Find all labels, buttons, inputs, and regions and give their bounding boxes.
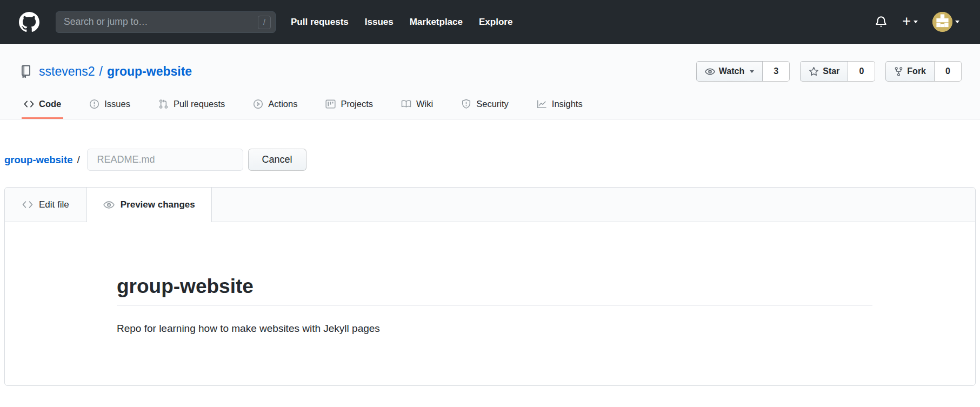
fork-icon [894, 66, 903, 77]
tab-wiki-label: Wiki [416, 99, 433, 109]
tab-projects-label: Projects [341, 99, 373, 109]
cancel-button[interactable]: Cancel [248, 149, 306, 171]
tab-edit-file-label: Edit file [39, 199, 69, 210]
identicon [932, 12, 952, 32]
star-button-group: Star 0 [800, 61, 875, 82]
code-icon [24, 99, 34, 109]
create-new-button[interactable]: + [902, 16, 918, 29]
tab-preview-changes-label: Preview changes [121, 199, 195, 210]
tab-code[interactable]: Code [22, 96, 63, 119]
watch-button-group: Watch 3 [696, 61, 790, 82]
tab-pull-requests[interactable]: Pull requests [156, 96, 227, 119]
star-button[interactable]: Star [800, 61, 848, 82]
tab-insights[interactable]: Insights [535, 96, 585, 119]
fork-button[interactable]: Fork [885, 61, 935, 82]
caret-down-icon [750, 70, 754, 73]
nav-marketplace[interactable]: Marketplace [410, 17, 463, 28]
caret-down-icon [914, 21, 918, 23]
search-box: / [56, 11, 276, 33]
file-breadcrumb-row: group-website / Cancel [4, 149, 976, 171]
eye-icon [705, 68, 715, 75]
tab-projects[interactable]: Projects [323, 96, 375, 119]
star-label: Star [823, 66, 839, 76]
play-circle-icon [253, 99, 263, 109]
readme-description: Repo for learning how to make websites w… [117, 321, 872, 336]
repo-owner-link[interactable]: sstevens2 [39, 64, 95, 79]
eye-icon [103, 201, 115, 209]
tab-actions[interactable]: Actions [251, 96, 299, 119]
tab-preview-changes[interactable]: Preview changes [86, 188, 212, 222]
project-board-icon [325, 99, 336, 109]
nav-explore[interactable]: Explore [479, 17, 512, 28]
filename-input[interactable] [87, 149, 243, 171]
markdown-preview: group-website Repo for learning how to m… [5, 222, 975, 336]
tab-actions-label: Actions [268, 99, 297, 109]
book-icon [401, 99, 411, 109]
top-header: / Pull requests Issues Marketplace Explo… [0, 0, 980, 44]
tab-pull-requests-label: Pull requests [174, 99, 225, 109]
breadcrumb-repo-link[interactable]: group-website [4, 154, 72, 166]
tab-security[interactable]: Security [459, 96, 511, 119]
repo-title-separator: / [99, 64, 103, 79]
repo-title: sstevens2 / group-website [39, 64, 192, 79]
tab-insights-label: Insights [552, 99, 583, 109]
repo-social-buttons: Watch 3 Star 0 [696, 61, 962, 82]
plus-icon: + [902, 14, 911, 29]
editor-tabstrip: Edit file Preview changes [5, 188, 975, 222]
slash-key-hint: / [258, 16, 271, 29]
repo-header: sstevens2 / group-website Watch 3 [0, 44, 980, 119]
top-nav: Pull requests Issues Marketplace Explore [291, 17, 512, 28]
repo-nav-tabs: Code Issues Pull requests [0, 96, 980, 119]
header-right-cluster: + [875, 12, 959, 32]
tab-security-label: Security [476, 99, 509, 109]
graph-icon [537, 99, 547, 109]
repo-icon [19, 65, 32, 78]
star-icon [809, 66, 819, 77]
code-icon [22, 201, 33, 208]
tab-issues-label: Issues [104, 99, 130, 109]
file-editor-box: Edit file Preview changes group-website … [4, 187, 976, 386]
bell-icon [875, 15, 888, 29]
readme-title: group-website [117, 274, 872, 306]
caret-down-icon [955, 21, 959, 23]
watch-button[interactable]: Watch [696, 61, 763, 82]
tab-issues[interactable]: Issues [87, 96, 132, 119]
fork-count[interactable]: 0 [935, 61, 962, 82]
tab-wiki[interactable]: Wiki [399, 96, 435, 119]
notifications-button[interactable] [875, 15, 888, 29]
repo-name-link[interactable]: group-website [107, 64, 192, 79]
tab-code-label: Code [39, 99, 61, 109]
avatar [932, 12, 952, 32]
watch-label: Watch [719, 66, 744, 76]
issue-opened-icon [89, 99, 99, 109]
watch-count[interactable]: 3 [763, 61, 790, 82]
star-count[interactable]: 0 [848, 61, 875, 82]
search-input[interactable] [56, 11, 276, 33]
fork-label: Fork [907, 66, 926, 76]
user-menu-button[interactable] [932, 12, 959, 32]
repo-title-row: sstevens2 / group-website Watch 3 [0, 61, 980, 82]
nav-issues[interactable]: Issues [365, 17, 394, 28]
shield-icon [461, 99, 471, 109]
tab-edit-file[interactable]: Edit file [5, 188, 86, 222]
breadcrumb-separator: / [77, 154, 79, 166]
nav-pull-requests[interactable]: Pull requests [291, 17, 349, 28]
fork-button-group: Fork 0 [885, 61, 962, 82]
git-pull-request-icon [158, 99, 169, 109]
github-logo[interactable] [19, 12, 39, 32]
github-mark-icon [19, 12, 39, 32]
